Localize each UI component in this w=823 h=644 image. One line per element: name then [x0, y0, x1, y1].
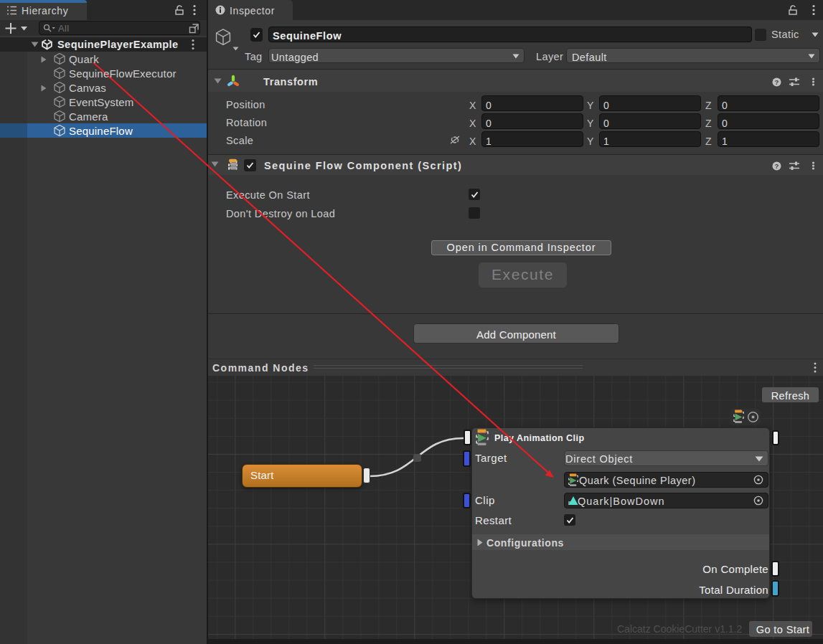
svg-text:?: ? [775, 78, 779, 86]
svg-text:?: ? [775, 162, 779, 170]
